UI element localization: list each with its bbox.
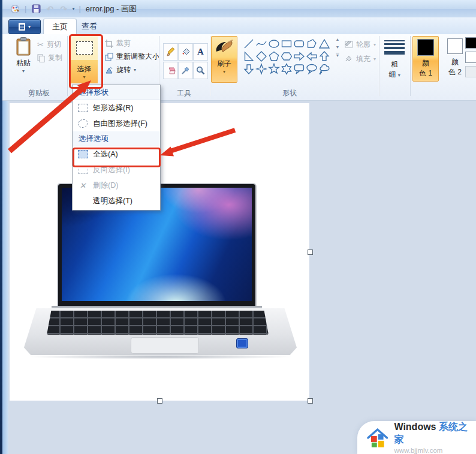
rotate-label: 旋转 [116, 65, 131, 75]
menu-item-freeform-select[interactable]: 自由图形选择(F) [73, 116, 160, 131]
shapes-grid [242, 37, 330, 75]
shape-pentagon[interactable] [267, 50, 280, 62]
copy-icon [37, 54, 45, 62]
cut-label: 剪切 [47, 40, 61, 50]
qat-separator: | [25, 4, 26, 13]
eraser-icon [166, 67, 176, 75]
undo-icon[interactable]: ↶ [44, 4, 55, 14]
save-icon[interactable] [31, 4, 41, 14]
clipboard-group-label: 剪贴板 [18, 88, 60, 98]
shape-arrow-down[interactable] [242, 62, 255, 75]
chevron-down-icon: ▾ [373, 42, 376, 47]
fill-bucket-icon [181, 47, 191, 57]
crop-button[interactable]: 裁剪 [105, 38, 131, 49]
chevron-down-icon: ▾ [22, 68, 25, 74]
shape-callout-cloud[interactable] [318, 62, 330, 75]
size-label-1: 粗 [391, 59, 398, 70]
magnifier-tool[interactable] [193, 62, 208, 79]
color-picker-tool[interactable] [178, 62, 193, 79]
tab-view[interactable]: 查看 [73, 19, 106, 34]
eraser-tool[interactable] [163, 62, 178, 79]
rect-select-icon [78, 104, 88, 112]
tab-home[interactable]: 主页 [43, 19, 77, 35]
laptop-keyboard [47, 311, 269, 335]
shape-hexagon[interactable] [280, 50, 293, 62]
crop-icon [105, 40, 113, 48]
color2-button[interactable]: 颜 色 2 [442, 36, 468, 82]
shape-arrow-up[interactable] [318, 50, 330, 62]
shape-line[interactable] [242, 37, 255, 50]
chevron-down-icon: ▾ [134, 67, 136, 73]
paste-label: 粘贴 [16, 58, 31, 68]
annotation-box-select [69, 34, 103, 89]
shape-rectangle[interactable] [280, 37, 293, 50]
shape-right-triangle[interactable] [242, 50, 255, 62]
shape-star-4[interactable] [255, 62, 267, 75]
shape-curve[interactable] [255, 37, 267, 50]
canvas-resize-handle-right[interactable] [308, 249, 313, 255]
qat-dropdown-icon[interactable]: ▾ [72, 6, 74, 11]
shape-callout-oval[interactable] [305, 62, 318, 75]
shape-fill-button[interactable]: 填充 ▾ [345, 54, 376, 64]
application-menu-button[interactable]: ▾ [8, 19, 41, 34]
shape-arrow-right[interactable] [293, 50, 305, 62]
resize-button[interactable]: 重新调整大小 [105, 52, 159, 62]
shape-polygon[interactable] [305, 37, 318, 50]
shape-star-6[interactable] [280, 62, 293, 75]
color2-label-1: 颜 [451, 57, 459, 67]
laptop-trackpad [131, 337, 199, 354]
shape-triangle[interactable] [318, 37, 330, 50]
cut-button[interactable]: ✂ 剪切 [37, 40, 61, 50]
color1-button[interactable]: 颜 色 1 [412, 36, 439, 82]
shape-diamond[interactable] [255, 50, 267, 62]
fill-label: 填充 [356, 54, 370, 64]
resize-label: 重新调整大小 [116, 52, 159, 62]
palette-white[interactable] [465, 52, 476, 63]
menu-item-rect-select[interactable]: 矩形选择(R) [73, 100, 160, 116]
size-button[interactable]: 粗 细 ▾ [381, 38, 408, 80]
magnifier-icon [196, 66, 205, 75]
menu-item-transparent-selection[interactable]: 透明选择(T) [73, 193, 160, 209]
canvas-resize-handle-bottom[interactable] [157, 398, 162, 404]
scroll-down-icon[interactable]: ▼ [336, 45, 340, 49]
rotate-button[interactable]: 旋转 ▾ [105, 65, 136, 75]
palette-black[interactable] [465, 37, 476, 49]
shape-star-5[interactable] [267, 62, 280, 75]
palette-empty-slot[interactable] [465, 66, 476, 77]
scissors-icon: ✂ [37, 40, 44, 49]
title-bar: | ↶ ↷ ▾ | error.jpg - 画图 [2, 0, 476, 18]
outline-icon [345, 41, 353, 49]
window-title: error.jpg - 画图 [86, 4, 137, 14]
color-picker-icon [181, 66, 190, 75]
line-thickness-icon [384, 38, 405, 56]
color1-swatch [417, 39, 434, 56]
text-tool[interactable]: A [193, 43, 208, 61]
color2-swatch [447, 38, 463, 54]
chevron-down-icon: ▾ [28, 24, 31, 29]
pencil-tool[interactable] [163, 43, 178, 61]
fill-tool[interactable] [178, 43, 193, 61]
shape-rounded-rectangle[interactable] [293, 37, 305, 50]
outline-button[interactable]: 轮廓 ▾ [345, 40, 376, 50]
shape-oval[interactable] [267, 37, 280, 50]
watermark-url: www.bjjmlv.com [394, 447, 476, 454]
brush-label: 刷子 [217, 59, 231, 69]
laptop-shadow [28, 354, 293, 359]
text-icon: A [197, 47, 204, 57]
paste-button[interactable]: 粘贴 ▾ [12, 37, 35, 85]
copy-button[interactable]: 复制 [37, 53, 62, 63]
size-label-2: 细 ▾ [388, 70, 400, 80]
shape-callout-rounded[interactable] [293, 62, 305, 75]
delete-icon: ✕ [80, 181, 86, 190]
shapes-more-icon[interactable]: ▼ [336, 53, 340, 58]
palette-column [465, 37, 476, 77]
group-separator [67, 36, 68, 96]
scroll-up-icon[interactable]: ▲ [336, 37, 340, 41]
chevron-down-icon: ▾ [373, 56, 376, 62]
shape-arrow-left[interactable] [305, 50, 318, 62]
color2-label-2: 色 2 [448, 67, 462, 77]
canvas-resize-handle-corner[interactable] [308, 398, 313, 404]
brushes-button[interactable]: 刷子 ▾ [211, 36, 237, 83]
redo-icon[interactable]: ↷ [58, 4, 69, 14]
menu-item-delete[interactable]: ✕ 删除(D) [73, 178, 160, 193]
